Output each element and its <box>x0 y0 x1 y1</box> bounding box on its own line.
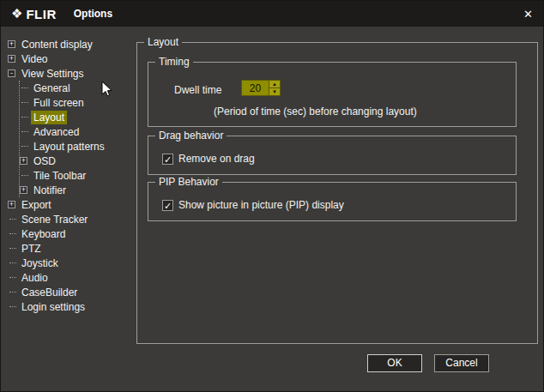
expand-icon[interactable]: + <box>8 55 15 63</box>
tree-item-keyboard[interactable]: Keyboard <box>8 226 135 241</box>
expand-icon[interactable]: + <box>20 157 27 165</box>
options-dialog: ❖ FLIR Options ✕ + Content display + Vid… <box>0 0 544 392</box>
tree-item-advanced[interactable]: Advanced <box>20 124 135 139</box>
spinner-down-icon[interactable]: ▼ <box>269 88 281 96</box>
remove-on-drag-option[interactable]: ✓ Remove on drag <box>162 153 255 165</box>
tree-item-tile-toolbar[interactable]: Tile Toolbar <box>20 168 135 183</box>
tree-item-label: Audio <box>19 271 51 285</box>
collapse-icon[interactable]: - <box>8 69 15 77</box>
layout-group-title: Layout <box>144 36 182 48</box>
expand-icon[interactable]: + <box>8 40 15 48</box>
tree-item-label: Keyboard <box>19 227 68 241</box>
tree-item-content-display[interactable]: + Content display <box>8 37 135 51</box>
tree-connector-icon <box>21 146 28 147</box>
tree-item-label: Tile Toolbar <box>31 169 88 183</box>
tree-connector-icon <box>21 117 28 118</box>
tree-item-label: Content display <box>19 38 95 51</box>
tree-item-layout[interactable]: Layout <box>20 110 135 124</box>
tree-item-label-selected: Layout <box>31 111 67 124</box>
tree-item-label: OSD <box>31 154 58 168</box>
tree-connector-icon <box>9 219 16 220</box>
tree-item-scene-tracker[interactable]: Scene Tracker <box>8 212 135 226</box>
tree-connector-icon <box>9 248 16 249</box>
show-pip-option[interactable]: ✓ Show picture in picture (PIP) display <box>162 199 344 211</box>
tree-item-casebuilder[interactable]: CaseBuilder <box>8 285 135 299</box>
tree-item-label: Advanced <box>31 125 82 139</box>
drag-behavior-groupbox: Drag behavior ✓ Remove on drag <box>148 136 517 175</box>
tree-item-ptz[interactable]: PTZ <box>8 241 135 256</box>
tree-item-label: Layout patterns <box>31 140 107 154</box>
tree-connector-icon <box>21 131 28 132</box>
expand-icon[interactable]: + <box>8 201 15 208</box>
tree-item-label: Scene Tracker <box>19 213 90 226</box>
tree-connector-icon <box>9 277 16 278</box>
tree-item-label: Full screen <box>31 96 87 110</box>
pip-behavior-group-title: PIP Behavior <box>155 176 222 188</box>
tree-item-osd[interactable]: + OSD <box>20 154 135 168</box>
tree-connector-icon <box>21 102 28 103</box>
tree-item-full-screen[interactable]: Full screen <box>20 95 135 110</box>
tree-item-export[interactable]: + Export <box>8 197 135 212</box>
tree-item-label: Export <box>19 198 54 212</box>
tree-item-label: General <box>31 81 73 95</box>
tree-item-label: View Settings <box>19 67 87 81</box>
timing-groupbox: Timing Dwell time ▲ ▼ (Period of time (s… <box>148 62 517 127</box>
tree-connector-icon <box>9 262 16 263</box>
tree-item-label: Video <box>19 52 50 66</box>
tree-item-view-settings[interactable]: - View Settings <box>8 66 135 81</box>
tree-connector-icon <box>9 292 16 292</box>
timing-group-title: Timing <box>155 56 193 68</box>
view-settings-children: General Full screen Layout Advanced Layo… <box>19 81 135 197</box>
close-icon[interactable]: ✕ <box>523 9 533 20</box>
dwell-time-stepper: ▲ ▼ <box>241 80 281 96</box>
tree-item-joystick[interactable]: Joystick <box>8 256 135 270</box>
spinner-buttons: ▲ ▼ <box>269 80 281 96</box>
pip-behavior-groupbox: PIP Behavior ✓ Show picture in picture (… <box>148 182 517 221</box>
ok-button[interactable]: OK <box>367 354 422 372</box>
tree-item-video[interactable]: + Video <box>8 51 135 66</box>
dwell-time-input[interactable] <box>241 80 269 96</box>
remove-on-drag-checkbox[interactable]: ✓ <box>162 154 173 165</box>
titlebar: ❖ FLIR Options ✕ <box>1 1 543 27</box>
tree-item-label: Joystick <box>19 256 61 270</box>
cancel-button[interactable]: Cancel <box>434 354 489 372</box>
tree-connector-icon <box>21 175 28 176</box>
tree-item-audio[interactable]: Audio <box>8 270 135 285</box>
tree-item-layout-patterns[interactable]: Layout patterns <box>20 139 135 154</box>
expand-icon[interactable]: + <box>20 186 27 194</box>
tree-connector-icon <box>9 233 16 234</box>
tree-connector-icon <box>9 306 16 307</box>
tree-item-general[interactable]: General <box>20 81 135 95</box>
remove-on-drag-label: Remove on drag <box>178 153 255 165</box>
settings-tree: + Content display + Video - View Setting… <box>8 37 135 314</box>
tree-item-label: Login settings <box>19 300 88 314</box>
tree-item-notifier[interactable]: + Notifier <box>20 183 135 197</box>
tree-item-label: Notifier <box>31 184 69 197</box>
show-pip-label: Show picture in picture (PIP) display <box>178 199 344 211</box>
window-title: Options <box>74 8 112 20</box>
tree-item-login-settings[interactable]: Login settings <box>8 299 135 314</box>
spinner-up-icon[interactable]: ▲ <box>269 80 281 88</box>
tree-item-label: CaseBuilder <box>19 286 80 299</box>
layout-groupbox: Layout Timing Dwell time ▲ ▼ (Period of … <box>136 42 538 344</box>
flir-logo-icon: ❖ <box>11 6 22 21</box>
drag-behavior-group-title: Drag behavior <box>155 130 227 142</box>
tree-item-label: PTZ <box>19 242 44 256</box>
dwell-time-hint: (Period of time (sec) before changing la… <box>214 106 417 118</box>
tree-connector-icon <box>21 87 28 88</box>
dwell-time-label: Dwell time <box>174 84 221 96</box>
show-pip-checkbox[interactable]: ✓ <box>162 200 173 211</box>
brand-name: FLIR <box>26 7 56 21</box>
